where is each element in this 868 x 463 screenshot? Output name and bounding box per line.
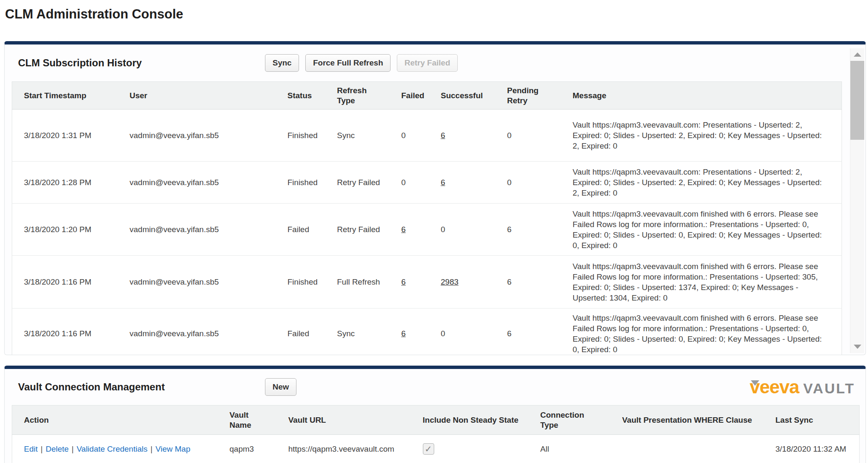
vault-table-header-row: Action Vault Name Vault URL Include Non … [12, 405, 860, 435]
table-row: 3/18/2020 1:20 PM vadmin@veeva.yifan.sb5… [12, 204, 842, 256]
veeva-vault-logo: veeva VAULT [750, 377, 858, 398]
cell-pending-retry: 6 [496, 204, 561, 256]
delete-link[interactable]: Delete [46, 445, 69, 453]
pending-retry-count: 6 [507, 225, 512, 234]
col-header-include-non-steady-state: Include Non Steady State [411, 405, 529, 435]
cell-successful: 2983 [429, 256, 496, 309]
cell-refresh-type: Full Refresh [325, 256, 390, 309]
sync-button[interactable]: Sync [265, 54, 299, 72]
subscription-history-table-wrap: Start Timestamp User Status Refresh Type… [12, 81, 858, 355]
cell-include-non-steady-state: ✓ [411, 435, 529, 463]
cell-refresh-type: Retry Failed [325, 204, 390, 256]
col-header-successful: Successful [429, 82, 496, 110]
col-header-start-timestamp: Start Timestamp [12, 82, 118, 110]
cell-pending-retry: 0 [496, 162, 561, 204]
subscription-history-table: Start Timestamp User Status Refresh Type… [12, 81, 842, 355]
table-row: 3/18/2020 1:31 PM vadmin@veeva.yifan.sb5… [12, 110, 842, 162]
veeva-triangle-icon [751, 380, 759, 386]
link-separator: | [72, 445, 74, 453]
cell-vault-url: https://qapm3.veevavault.com [277, 435, 411, 463]
failed-count: 0 [401, 131, 406, 140]
cell-start-timestamp: 3/18/2020 1:31 PM [12, 110, 118, 162]
cell-message: Vault https://qapm3.veevavault.com finis… [561, 309, 842, 356]
page-title: CLM Administration Console [5, 7, 868, 22]
failed-count-link[interactable]: 6 [401, 277, 406, 286]
failed-count: 0 [401, 178, 406, 187]
col-header-refresh-type: Refresh Type [325, 82, 390, 110]
scrollbar-thumb[interactable] [850, 61, 864, 140]
col-header-message: Message [561, 82, 842, 110]
cell-successful: 0 [429, 204, 496, 256]
cell-start-timestamp: 3/18/2020 1:16 PM [12, 256, 118, 309]
cell-message: Vault https://qapm3.veevavault.com: Pres… [561, 110, 842, 162]
cell-successful: 6 [429, 110, 496, 162]
veeva-wordmark: veeva [750, 377, 799, 398]
col-header-connection-type: Connection Type [529, 405, 611, 435]
cell-message: Vault https://qapm3.veevavault.com: Pres… [561, 162, 842, 204]
pending-retry-count: 0 [507, 131, 512, 140]
vault-connection-table: Action Vault Name Vault URL Include Non … [12, 405, 860, 463]
cell-user: vadmin@veeva.yifan.sb5 [118, 162, 276, 204]
table-row: Edit|Delete|Validate Credentials|View Ma… [12, 435, 860, 463]
cell-refresh-type: Sync [325, 309, 390, 356]
cell-start-timestamp: 3/18/2020 1:20 PM [12, 204, 118, 256]
cell-failed: 0 [390, 162, 429, 204]
vault-panel-title: Vault Connection Management [18, 381, 265, 393]
vault-panel-header: Vault Connection Management New veeva VA… [5, 369, 865, 405]
cell-last-sync: 3/18/2020 11:32 AM [764, 435, 860, 463]
pending-retry-count: 6 [507, 329, 512, 338]
cell-status: Failed [276, 204, 325, 256]
successful-count: 0 [441, 329, 446, 338]
successful-count: 0 [441, 225, 446, 234]
view-map-link[interactable]: View Map [155, 445, 190, 453]
subscription-table-header-row: Start Timestamp User Status Refresh Type… [12, 82, 842, 110]
col-header-where-clause: Vault Presentation WHERE Clause [611, 405, 764, 435]
vault-action-buttons: New [265, 378, 296, 396]
cell-refresh-type: Sync [325, 110, 390, 162]
force-full-refresh-button[interactable]: Force Full Refresh [305, 54, 391, 72]
vault-text: VAULT [803, 380, 855, 397]
pending-retry-count: 6 [507, 277, 512, 286]
edit-link[interactable]: Edit [24, 445, 38, 453]
cell-where-clause [611, 435, 764, 463]
link-separator: | [150, 445, 152, 453]
subscription-panel-title: CLM Subscription History [18, 57, 265, 69]
table-row: 3/18/2020 1:28 PM vadmin@veeva.yifan.sb5… [12, 162, 842, 204]
validate-credentials-link[interactable]: Validate Credentials [77, 445, 148, 453]
col-header-failed: Failed [390, 82, 429, 110]
cell-refresh-type: Retry Failed [325, 162, 390, 204]
successful-count-link[interactable]: 6 [441, 131, 446, 140]
cell-user: vadmin@veeva.yifan.sb5 [118, 110, 276, 162]
successful-count-link[interactable]: 2983 [441, 277, 459, 286]
subscription-panel-header: CLM Subscription History Sync Force Full… [5, 44, 865, 81]
failed-count-link[interactable]: 6 [401, 329, 406, 338]
failed-count-link[interactable]: 6 [401, 225, 406, 234]
col-header-status: Status [276, 82, 325, 110]
cell-failed: 6 [390, 204, 429, 256]
cell-failed: 6 [390, 256, 429, 309]
clm-subscription-history-panel: CLM Subscription History Sync Force Full… [4, 41, 866, 355]
scroll-down-icon[interactable] [850, 340, 864, 353]
col-header-pending-retry: Pending Retry [496, 82, 561, 110]
scrollbar[interactable] [850, 48, 864, 353]
new-button[interactable]: New [265, 378, 296, 396]
cell-pending-retry: 0 [496, 110, 561, 162]
pending-retry-count: 0 [507, 178, 512, 187]
col-header-user: User [118, 82, 276, 110]
cell-user: vadmin@veeva.yifan.sb5 [118, 309, 276, 356]
cell-user: vadmin@veeva.yifan.sb5 [118, 256, 276, 309]
successful-count-link[interactable]: 6 [441, 178, 446, 187]
cell-pending-retry: 6 [496, 256, 561, 309]
cell-actions: Edit|Delete|Validate Credentials|View Ma… [12, 435, 218, 463]
cell-status: Finished [276, 256, 325, 309]
cell-failed: 0 [390, 110, 429, 162]
cell-message: Vault https://qapm3.veevavault.com finis… [561, 256, 842, 309]
vault-connection-management-panel: Vault Connection Management New veeva VA… [4, 366, 866, 463]
col-header-action: Action [12, 405, 218, 435]
retry-failed-button: Retry Failed [397, 54, 458, 72]
cell-user: vadmin@veeva.yifan.sb5 [118, 204, 276, 256]
cell-status: Finished [276, 162, 325, 204]
link-separator: | [41, 445, 43, 453]
table-row: 3/18/2020 1:16 PM vadmin@veeva.yifan.sb5… [12, 256, 842, 309]
scroll-up-icon[interactable] [850, 48, 864, 61]
